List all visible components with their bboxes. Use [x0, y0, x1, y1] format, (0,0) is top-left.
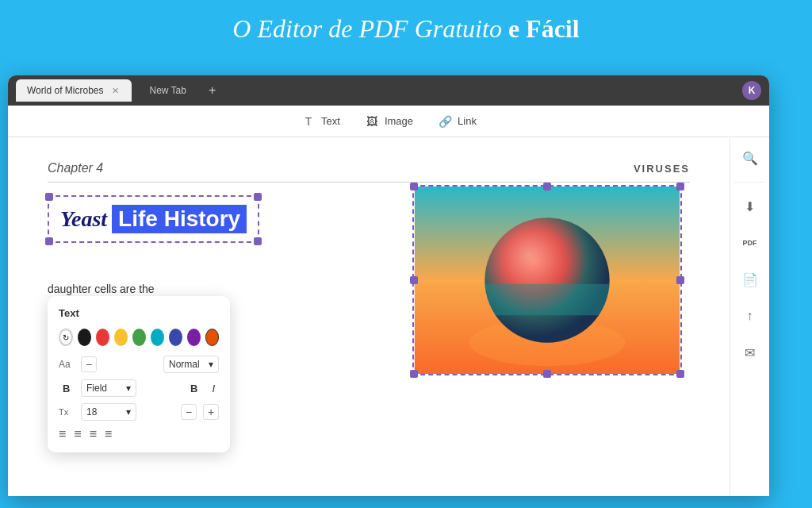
text-icon: T [301, 114, 316, 129]
hero-title-suffix: e Fácil [502, 14, 580, 43]
size-arrow: ▾ [126, 406, 131, 418]
heading-life-history: Life History [112, 205, 247, 233]
hero-title: O Editor de PDF Gratuito e Fácil [0, 0, 812, 55]
color-teal[interactable] [151, 329, 164, 346]
size-value: 18 [86, 406, 97, 418]
pdf-button[interactable]: PDF [737, 230, 763, 256]
color-blue[interactable] [169, 329, 182, 346]
field-value: Field [86, 383, 107, 394]
share-button[interactable]: ↑ [737, 303, 763, 329]
toolbar-text[interactable]: T Text [301, 114, 340, 129]
svg-point-3 [485, 217, 609, 342]
img-handle-tc[interactable] [543, 183, 551, 190]
color-yellow[interactable] [114, 329, 128, 346]
toolbar-image[interactable]: 🖼 Image [364, 114, 413, 129]
content-area: Chapter 4 VIRUSES Yeast Life History [8, 137, 769, 496]
color-green[interactable] [132, 329, 146, 346]
size-decrement[interactable]: − [181, 404, 197, 420]
text-format-panel: Text ↻ Aa − [48, 296, 230, 452]
align-row: ≡ ≡ ≡ ≡ [59, 427, 219, 441]
bold-button[interactable]: B [59, 381, 75, 396]
img-handle-mr[interactable] [676, 276, 684, 284]
heading-yeast: Yeast [60, 206, 107, 232]
user-avatar: K [742, 81, 761, 100]
img-handle-br[interactable] [676, 370, 684, 378]
color-black[interactable] [78, 329, 91, 346]
color-purple[interactable] [187, 329, 201, 346]
img-handle-ml[interactable] [410, 276, 418, 284]
font-size-dropdown[interactable]: Normal ▾ [163, 356, 219, 373]
heading-selection-box[interactable]: Yeast Life History [48, 195, 259, 243]
link-icon: 🔗 [437, 114, 453, 129]
browser-window: World of Microbes ✕ New Tab + K T Text 🖼… [8, 75, 769, 496]
handle-bottom-left[interactable] [45, 237, 53, 245]
align-left-button[interactable]: ≡ [59, 427, 66, 441]
align-justify-button[interactable]: ≡ [105, 427, 112, 441]
image-icon: 🖼 [364, 114, 380, 129]
size-value-dropdown[interactable]: 18 ▾ [81, 403, 136, 421]
size-label: Tx [59, 407, 75, 417]
heading-row: Yeast Life History [60, 205, 247, 233]
size-row: Tx 18 ▾ − + [59, 403, 219, 421]
font-size-value: Normal [169, 359, 200, 370]
font-size-control: − Normal ▾ [81, 356, 219, 373]
size-increment[interactable]: + [203, 404, 219, 420]
align-right-button[interactable]: ≡ [90, 427, 97, 441]
close-tab-button[interactable]: ✕ [109, 85, 121, 96]
italic-btn[interactable]: I [208, 381, 219, 396]
dropdown-arrow: ▾ [209, 359, 213, 370]
image-container[interactable] [412, 185, 682, 375]
color-row: ↻ [59, 329, 219, 346]
search-button[interactable]: 🔍 [737, 145, 763, 171]
pdf-page: Chapter 4 VIRUSES Yeast Life History [8, 137, 730, 496]
bold-field-row: B Field ▾ B I [59, 379, 219, 397]
image-svg [414, 187, 680, 374]
image-label: Image [385, 115, 413, 127]
size-control: 18 ▾ [81, 403, 174, 421]
inbox-button[interactable]: ✉ [737, 340, 763, 365]
img-handle-tr[interactable] [676, 183, 684, 190]
link-label: Link [458, 115, 477, 127]
new-tab-label: New Tab [149, 85, 186, 96]
new-tab-button[interactable]: + [204, 82, 220, 99]
user-initial: K [749, 85, 756, 96]
handle-top-right[interactable] [254, 193, 262, 201]
browser-chrome: World of Microbes ✕ New Tab + K [8, 75, 769, 106]
img-handle-bc[interactable] [543, 370, 551, 378]
font-size-row: Aa − Normal ▾ [59, 356, 219, 373]
font-size-label: Aa [59, 359, 75, 370]
page-header: Chapter 4 VIRUSES [48, 161, 690, 183]
color-red[interactable] [96, 329, 109, 346]
field-arrow: ▾ [126, 383, 131, 394]
chapter-label: Chapter 4 [48, 161, 103, 175]
handle-top-left[interactable] [45, 193, 53, 201]
img-handle-tl[interactable] [410, 183, 418, 190]
color-orange[interactable] [205, 329, 219, 346]
font-size-minus[interactable]: − [81, 356, 97, 372]
tab-world-of-microbes[interactable]: World of Microbes ✕ [16, 79, 132, 102]
tab-new-tab[interactable]: New Tab [138, 79, 197, 102]
field-control: Field ▾ [81, 379, 180, 397]
text-label: Text [321, 115, 340, 127]
file-button[interactable]: 📄 [737, 267, 763, 292]
image-selection-box[interactable] [412, 185, 682, 375]
save-button[interactable]: ⬇ [737, 194, 763, 219]
panel-title: Text [59, 307, 219, 319]
svg-rect-5 [485, 284, 609, 315]
viruses-label: VIRUSES [634, 163, 690, 175]
field-dropdown[interactable]: Field ▾ [81, 379, 136, 397]
right-panel: 🔍 ⬇ PDF 📄 ↑ ✉ [730, 137, 769, 496]
toolbar-link[interactable]: 🔗 Link [437, 114, 477, 129]
img-handle-bl[interactable] [410, 370, 418, 378]
bold-btn2[interactable]: B [186, 381, 201, 396]
handle-bottom-right[interactable] [254, 237, 262, 245]
align-center-button[interactable]: ≡ [74, 427, 81, 441]
tab-label: World of Microbes [27, 85, 103, 96]
color-custom-button[interactable]: ↻ [59, 329, 73, 346]
hero-title-text: O Editor de PDF Gratuito [232, 14, 502, 43]
editor-toolbar: T Text 🖼 Image 🔗 Link [8, 106, 769, 137]
